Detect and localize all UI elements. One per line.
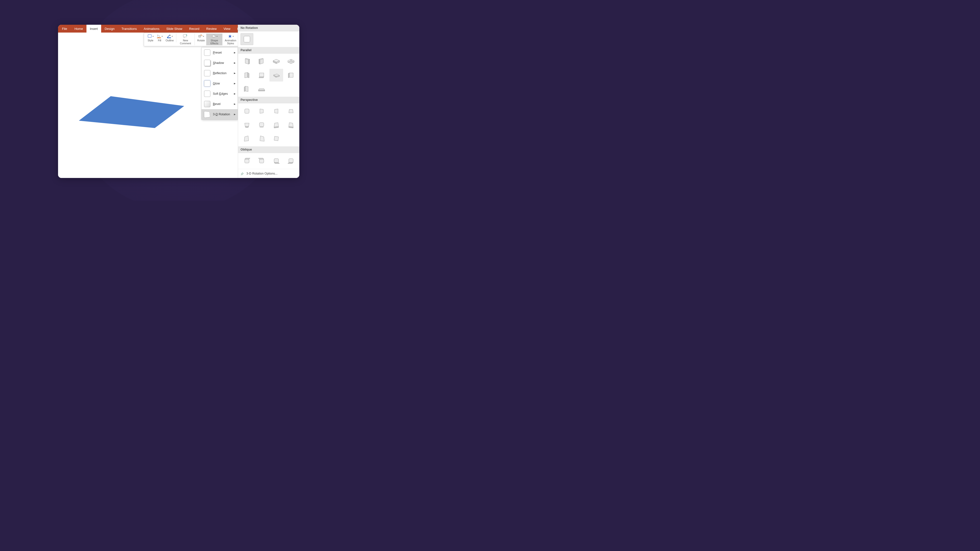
svg-rect-40 xyxy=(259,123,264,127)
persp-heroic-r-icon xyxy=(258,135,265,142)
rotation-options-link[interactable]: 3-D Rotation Options... xyxy=(238,169,299,178)
shape-effects-menu: Preset ▶ Shadow ▶ Reflection ▶ Glow ▶ So… xyxy=(201,47,238,120)
new-comment-button[interactable]: + New Comment xyxy=(177,33,194,45)
svg-marker-37 xyxy=(289,110,293,113)
menu-glow[interactable]: Glow ▶ xyxy=(202,78,238,89)
persp-relaxed-mod-icon xyxy=(273,135,280,142)
no-rotation-icon xyxy=(244,36,250,42)
tab-insert[interactable]: Insert xyxy=(86,25,102,33)
svg-marker-48 xyxy=(274,137,278,141)
persp-heroic-l-icon xyxy=(243,135,251,142)
svg-marker-23 xyxy=(259,73,264,77)
off-axis-2-icon xyxy=(258,71,265,79)
svg-marker-14 xyxy=(259,59,260,64)
chevron-right-icon: ▶ xyxy=(234,113,235,116)
parallel-preset-2[interactable] xyxy=(255,55,269,68)
rotated-shape[interactable] xyxy=(79,96,187,135)
header-no-rotation: No Rotation xyxy=(238,25,299,31)
iso-bottom-icon xyxy=(287,58,295,65)
svg-marker-42 xyxy=(274,123,278,127)
oblique-tl-icon xyxy=(243,157,251,165)
rotation-gallery: No Rotation Parallel Perspective xyxy=(238,25,299,178)
svg-marker-32 xyxy=(258,89,265,90)
shape-effects-icon xyxy=(212,34,216,38)
shape-effects-button[interactable]: ▾ Shape Effects xyxy=(206,33,223,45)
oblique-preset-4[interactable] xyxy=(284,154,298,167)
svg-marker-29 xyxy=(288,73,289,78)
oblique-bl-icon xyxy=(273,157,280,165)
parallel-preset-7[interactable] xyxy=(269,69,283,81)
perspective-preset-5[interactable] xyxy=(240,119,254,131)
perspective-preset-9[interactable] xyxy=(240,132,254,145)
new-comment-label: New Comment xyxy=(179,39,192,45)
parallel-preset-3[interactable] xyxy=(269,55,283,68)
parallel-preset-8[interactable] xyxy=(284,69,298,81)
tab-animations[interactable]: Animations xyxy=(140,25,163,33)
menu-shadow[interactable]: Shadow ▶ xyxy=(202,58,238,68)
tab-file[interactable]: File xyxy=(58,25,71,33)
tab-view[interactable]: View xyxy=(220,25,234,33)
rotate-button[interactable]: ▾ Rotate xyxy=(196,33,206,45)
menu-soft-edges[interactable]: Soft Edges ▶ xyxy=(202,89,238,99)
perspective-preset-8[interactable] xyxy=(284,119,298,131)
perspective-preset-6[interactable] xyxy=(255,119,269,131)
outline-button[interactable]: ▾ Outline xyxy=(164,33,175,42)
preset-icon xyxy=(204,49,210,56)
menu-preset[interactable]: Preset ▶ xyxy=(202,48,238,58)
svg-point-7 xyxy=(212,35,216,37)
tab-design[interactable]: Design xyxy=(101,25,118,33)
svg-text:+: + xyxy=(186,34,188,37)
persp-left-icon xyxy=(258,108,265,115)
header-parallel: Parallel xyxy=(238,47,299,54)
fill-button[interactable]: ▾ Fill xyxy=(155,33,164,42)
parallel-preset-10[interactable] xyxy=(255,83,269,95)
iso-right-icon xyxy=(243,58,251,65)
parallel-preset-5[interactable] xyxy=(240,69,254,81)
svg-marker-50 xyxy=(245,158,250,159)
chevron-right-icon: ▶ xyxy=(234,92,235,95)
menu-bevel[interactable]: Bevel ▶ xyxy=(202,99,238,109)
animation-styles-button[interactable]: ▾ Animation Styles xyxy=(223,33,239,45)
menu-3d-rotation[interactable]: 3-D Rotation ▶ xyxy=(202,109,238,119)
tab-home[interactable]: Home xyxy=(71,25,86,33)
svg-marker-46 xyxy=(244,136,248,141)
style-button[interactable]: ▾ Style xyxy=(146,33,155,42)
perspective-preset-3[interactable] xyxy=(269,105,283,118)
chevron-right-icon: ▶ xyxy=(234,62,235,64)
svg-rect-53 xyxy=(274,159,278,162)
svg-marker-47 xyxy=(260,136,264,141)
off-axis-top-icon xyxy=(273,71,280,79)
tab-transitions[interactable]: Transitions xyxy=(118,25,140,33)
menu-reflection[interactable]: Reflection ▶ xyxy=(202,68,238,78)
perspective-preset-2[interactable] xyxy=(255,105,269,118)
svg-rect-51 xyxy=(259,159,264,163)
oblique-preset-3[interactable] xyxy=(269,154,283,167)
animation-styles-label: Animation Styles xyxy=(224,39,237,45)
parallel-preset-1[interactable] xyxy=(240,55,254,68)
perspective-preset-4[interactable] xyxy=(284,105,298,118)
iso-left-icon xyxy=(258,58,265,65)
oblique-preset-2[interactable] xyxy=(255,154,269,167)
parallel-preset-6[interactable] xyxy=(255,69,269,81)
perspective-preset-1[interactable] xyxy=(240,105,254,118)
perspective-preset-11[interactable] xyxy=(269,132,283,145)
svg-marker-39 xyxy=(245,127,248,127)
persp-above-icon xyxy=(243,121,251,129)
tab-record[interactable]: Record xyxy=(186,25,203,33)
svg-marker-54 xyxy=(274,162,280,164)
tab-review[interactable]: Review xyxy=(203,25,220,33)
new-comment-icon: + xyxy=(183,34,188,38)
rotation-3d-icon xyxy=(204,111,210,118)
preset-no-rotation[interactable] xyxy=(240,33,253,45)
parallel-preset-4[interactable] xyxy=(284,55,298,68)
svg-marker-52 xyxy=(258,158,264,159)
tab-slide-show[interactable]: Slide Show xyxy=(163,25,186,33)
off-axis-4-icon xyxy=(243,85,251,92)
perspective-preset-7[interactable] xyxy=(269,119,283,131)
perspective-preset-10[interactable] xyxy=(255,132,269,145)
parallel-preset-9[interactable] xyxy=(240,83,254,95)
svg-marker-1 xyxy=(79,96,184,128)
svg-marker-11 xyxy=(248,59,250,64)
oblique-preset-1[interactable] xyxy=(240,154,254,167)
svg-rect-49 xyxy=(245,159,249,163)
